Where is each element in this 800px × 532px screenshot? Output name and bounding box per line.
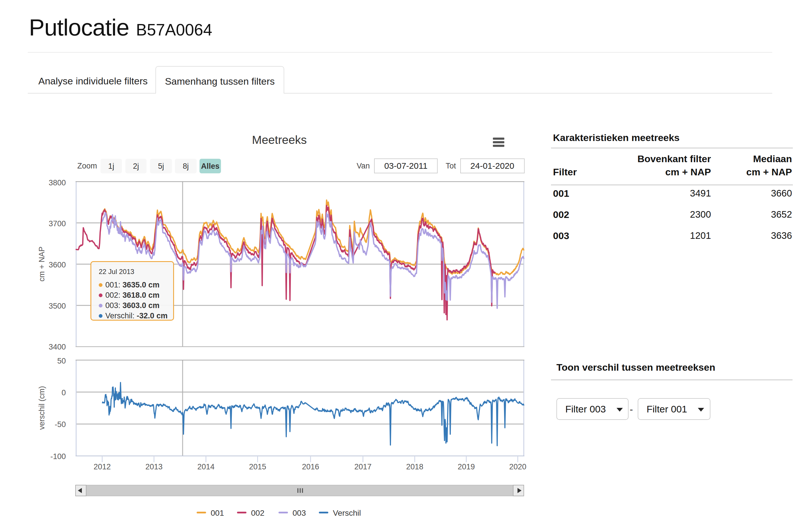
svg-text:cm + NAP: cm + NAP xyxy=(37,247,46,282)
svg-text:3600: 3600 xyxy=(49,261,66,269)
svg-text:3500: 3500 xyxy=(49,302,66,310)
svg-text:2j: 2j xyxy=(133,162,139,170)
svg-text:50: 50 xyxy=(57,357,66,365)
svg-text:Meetreeks: Meetreeks xyxy=(252,133,307,147)
svg-text:03-07-2011: 03-07-2011 xyxy=(384,161,428,170)
svg-text:Tot: Tot xyxy=(446,162,456,170)
svg-text:2013: 2013 xyxy=(145,462,163,471)
svg-text:001: 001 xyxy=(211,509,224,517)
svg-text:2019: 2019 xyxy=(458,462,475,471)
svg-text:003: 003 xyxy=(292,509,306,517)
svg-text:-100: -100 xyxy=(50,452,66,461)
svg-text:2017: 2017 xyxy=(354,462,371,471)
svg-text:2014: 2014 xyxy=(197,462,214,471)
svg-text:002: 002 xyxy=(251,509,265,517)
svg-text:Alles: Alles xyxy=(201,162,220,170)
svg-text:8j: 8j xyxy=(183,162,188,170)
svg-text:Van: Van xyxy=(357,162,370,170)
svg-text:verschil (cm): verschil (cm) xyxy=(37,386,46,430)
svg-text:0: 0 xyxy=(61,388,66,397)
svg-text:24-01-2020: 24-01-2020 xyxy=(470,161,514,170)
svg-text:-50: -50 xyxy=(55,420,66,429)
svg-text:5j: 5j xyxy=(158,162,164,170)
svg-text:1j: 1j xyxy=(108,162,114,170)
svg-text:2016: 2016 xyxy=(302,462,319,471)
svg-text:2018: 2018 xyxy=(406,462,423,471)
svg-text:Zoom: Zoom xyxy=(77,162,97,170)
svg-text:2012: 2012 xyxy=(94,462,111,471)
svg-text:2020: 2020 xyxy=(509,462,526,471)
svg-text:2015: 2015 xyxy=(249,462,266,471)
svg-text:3700: 3700 xyxy=(49,220,66,228)
svg-text:Verschil: Verschil xyxy=(333,509,361,517)
svg-text:3800: 3800 xyxy=(49,178,66,187)
svg-text:3400: 3400 xyxy=(49,343,66,351)
